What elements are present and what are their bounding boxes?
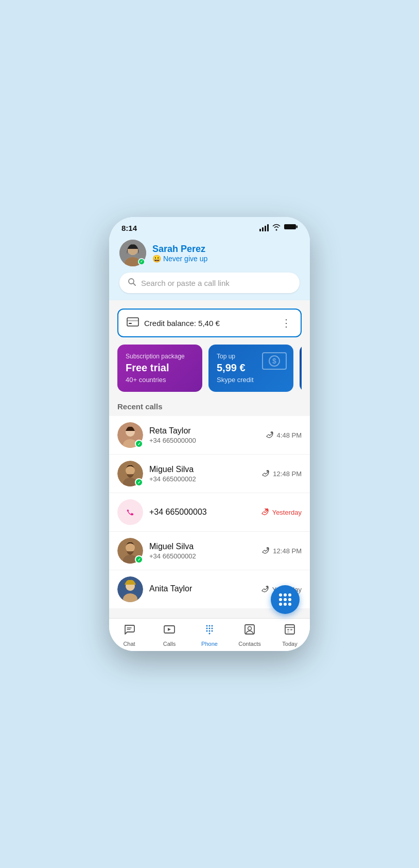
signal-icon (259, 224, 269, 231)
svg-point-33 (206, 625, 208, 626)
status-bar: 8:14 (109, 217, 310, 234)
svg-point-35 (212, 625, 213, 626)
call-item[interactable]: +34 665000003 Yesterday (109, 493, 310, 532)
call-info: +34 665000003 (149, 508, 261, 517)
online-badge (135, 478, 143, 486)
nav-label-contacts: Contacts (238, 641, 260, 647)
call-number: +34 665000000 (149, 437, 266, 444)
phone-frame: 8:14 (109, 217, 310, 651)
call-time: 12:48 PM (273, 547, 302, 555)
call-number: +34 665000002 (149, 475, 261, 483)
wifi-icon (272, 224, 281, 232)
call-avatar (117, 461, 143, 486)
call-name: Miguel Silva (149, 465, 261, 474)
promo-desc-countries: 40+ countries (126, 376, 194, 384)
user-status: 😀 Never give up (152, 255, 207, 263)
promo-title-free-trial: Free trial (126, 362, 194, 374)
svg-rect-11 (129, 323, 132, 324)
more-options-button[interactable]: ⋮ (281, 317, 292, 329)
call-time: Yesterday (272, 509, 302, 516)
svg-rect-48 (290, 629, 292, 630)
call-info: Reta Taylor +34 665000000 (149, 426, 266, 444)
svg-rect-10 (127, 320, 138, 321)
svg-point-40 (209, 630, 211, 631)
svg-rect-0 (284, 224, 296, 229)
nav-label-phone: Phone (201, 641, 218, 647)
promo-card-topup[interactable]: Top up 5,99 € Skype credit $ (208, 345, 293, 392)
battery-icon (284, 223, 298, 232)
call-meta: 12:48 PM (261, 469, 302, 479)
promo-sub-label: Subscription package (126, 353, 194, 360)
nav-item-contacts[interactable]: Contacts (230, 619, 270, 651)
call-meta: 12:48 PM (261, 546, 302, 556)
promo-card-third[interactable]: T (300, 345, 302, 392)
svg-rect-45 (285, 625, 294, 634)
call-name: Anita Taylor (149, 584, 261, 593)
search-icon (128, 278, 136, 288)
svg-rect-49 (287, 631, 289, 632)
user-name: Sarah Perez (152, 244, 207, 255)
phone-avatar-icon (117, 499, 143, 525)
call-item[interactable]: Miguel Silva +34 665000002 12:48 PM (109, 455, 310, 493)
online-badge (135, 555, 143, 564)
nav-item-phone[interactable]: Phone (189, 619, 230, 651)
call-direction-icon (261, 546, 270, 556)
call-meta: Yesterday (261, 508, 302, 517)
recent-calls-list: Reta Taylor +34 665000000 4:48 PM (109, 416, 310, 608)
promo-topup-desc: Skype credit (217, 376, 285, 384)
nav-item-today[interactable]: Today (270, 619, 310, 651)
user-info: Sarah Perez 😀 Never give up (152, 244, 207, 263)
nav-item-chat[interactable]: Chat (109, 619, 149, 651)
dialpad-fab-button[interactable] (271, 585, 300, 614)
svg-point-44 (248, 626, 252, 630)
user-row: Sarah Perez 😀 Never give up (119, 240, 300, 266)
call-item[interactable]: Miguel Silva +34 665000002 12:48 PM (109, 532, 310, 570)
promo-cards: Subscription package Free trial 40+ coun… (117, 345, 302, 392)
credit-balance-card[interactable]: Credit balance: 5,40 € ⋮ (117, 309, 302, 337)
svg-rect-47 (287, 629, 289, 630)
recent-calls-label: Recent calls (117, 402, 302, 411)
call-meta: 4:48 PM (266, 430, 302, 440)
call-item[interactable]: Reta Taylor +34 665000000 4:48 PM (109, 416, 310, 455)
svg-point-38 (212, 627, 213, 629)
chat-icon (123, 623, 135, 639)
svg-rect-1 (296, 226, 298, 228)
svg-point-39 (206, 630, 208, 631)
call-avatar (117, 499, 143, 525)
svg-point-37 (209, 627, 211, 629)
header: Sarah Perez 😀 Never give up Search or pa… (109, 234, 310, 300)
nav-label-chat: Chat (123, 641, 135, 647)
call-time: 4:48 PM (277, 431, 302, 439)
call-time: 12:48 PM (273, 470, 302, 478)
search-bar[interactable]: Search or paste a call link (119, 273, 300, 293)
phone-icon (203, 623, 216, 639)
nav-label-today: Today (282, 641, 297, 647)
call-name: Reta Taylor (149, 426, 266, 436)
money-icon: $ (261, 351, 287, 376)
call-direction-icon (261, 469, 270, 479)
missed-call-icon (261, 508, 269, 517)
credit-icon (127, 317, 139, 329)
call-number: +34 665000002 (149, 552, 261, 560)
calls-icon (163, 623, 176, 639)
call-avatar (117, 422, 143, 448)
status-icons (259, 223, 298, 232)
today-icon (284, 623, 296, 639)
online-badge (138, 258, 145, 265)
call-direction-icon (266, 430, 274, 440)
online-badge (135, 440, 143, 448)
nav-label-calls: Calls (163, 641, 176, 647)
call-name: Miguel Silva (149, 542, 261, 551)
avatar-wrap (119, 240, 146, 266)
bottom-nav: Chat Calls (109, 618, 310, 651)
call-avatar (117, 538, 143, 564)
nav-item-calls[interactable]: Calls (149, 619, 189, 651)
main-content: Credit balance: 5,40 € ⋮ Subscription pa… (109, 300, 310, 618)
call-info: Anita Taylor (149, 584, 261, 594)
svg-rect-21 (125, 507, 135, 517)
call-info: Miguel Silva +34 665000002 (149, 465, 261, 483)
promo-card-subscription[interactable]: Subscription package Free trial 40+ coun… (117, 345, 202, 392)
call-direction-icon (261, 585, 269, 594)
credit-balance-text: Credit balance: 5,40 € (144, 319, 220, 328)
credit-left: Credit balance: 5,40 € (127, 317, 220, 329)
